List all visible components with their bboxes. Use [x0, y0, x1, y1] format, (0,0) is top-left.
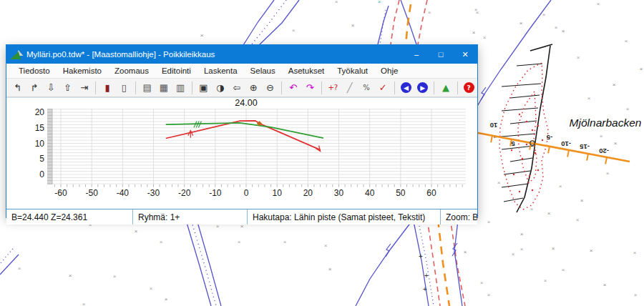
help-button[interactable]: ? [462, 80, 477, 95]
svg-text:-30: -30 [147, 188, 160, 198]
svg-text:×: × [480, 280, 484, 286]
svg-text:×: × [542, 11, 546, 18]
print-icon: ▤ [142, 82, 151, 93]
next-section-button[interactable]: ▶ [415, 80, 430, 95]
menu-tyokalut[interactable]: Työkalut [331, 65, 374, 76]
active-file-button[interactable]: ▮ [99, 80, 114, 95]
svg-text:50: 50 [396, 188, 406, 198]
undo-button[interactable]: ↶ [286, 80, 301, 95]
close-button[interactable]: ✕ [453, 45, 477, 64]
measure-line-button[interactable]: ╱ [342, 80, 357, 95]
menu-editointi[interactable]: Editointi [155, 65, 197, 76]
place-label: Mjölnarbacken [570, 117, 642, 129]
zoom-in-button[interactable]: ⊕ [246, 80, 261, 95]
point-info-button[interactable]: +? [326, 80, 341, 95]
point-id-list-button[interactable]: ▦ [156, 80, 171, 95]
svg-text:-10: -10 [209, 188, 222, 198]
help-icon: ? [464, 82, 474, 93]
svg-text:10: 10 [272, 188, 282, 198]
zoom-previous-icon: ⇦ [233, 82, 241, 93]
svg-text:×: × [552, 245, 555, 252]
svg-text:×: × [324, 242, 328, 249]
print-button[interactable]: ▤ [140, 80, 155, 95]
statusbar: B=24.440 Z=24.361Ryhmä: 1+Hakutapa: Lähi… [6, 209, 477, 224]
map-line [190, 217, 216, 306]
svg-text:×: × [18, 265, 21, 272]
surface-profile-green [166, 123, 323, 138]
svg-text:×: × [150, 285, 153, 292]
svg-text:×: × [614, 140, 618, 147]
toolbar-separator [321, 82, 322, 94]
desktop: { "window": { "title": "Mylläri.po0.tdw*… [0, 0, 644, 306]
svg-text:×: × [283, 239, 287, 245]
svg-text:×: × [160, 239, 163, 245]
group-readout: Ryhmä: 1+ [133, 209, 248, 224]
svg-text:×: × [328, 266, 332, 272]
station-label: -5 [546, 134, 552, 142]
plus-point-mark: + [423, 285, 427, 293]
prev-section-button[interactable]: ◀ [399, 80, 414, 95]
zoom-extents-button[interactable]: ▣ [196, 80, 211, 95]
svg-text:×: × [530, 206, 534, 212]
zoom-previous-button[interactable]: ⇦ [229, 80, 244, 95]
read-file-button[interactable]: ↰ [10, 80, 25, 95]
svg-text:×: × [544, 277, 547, 284]
menu-zoomaus[interactable]: Zoomaus [108, 65, 155, 76]
coords-xyz-button[interactable]: % [358, 80, 374, 95]
toolbar-separator [135, 82, 136, 94]
svg-text:×: × [464, 249, 467, 255]
file-forward-button[interactable]: ⇥ [77, 80, 92, 95]
svg-text:20: 20 [35, 107, 45, 117]
file-forward-icon: ⇥ [80, 82, 88, 93]
svg-text:15: 15 [35, 123, 45, 133]
read-file-icon: ↰ [14, 82, 21, 93]
map-line [0, 249, 13, 264]
map-line [454, 214, 462, 306]
svg-text:×: × [626, 106, 630, 112]
map-line [391, 0, 399, 44]
redo-button[interactable]: ↷ [302, 80, 317, 95]
svg-text:×: × [520, 231, 524, 237]
write-file-icon: ↱ [30, 82, 38, 93]
menu-asetukset[interactable]: Asetukset [282, 65, 331, 76]
coords-xyz-icon: % [363, 84, 370, 92]
minimize-button[interactable]: – [404, 45, 429, 64]
svg-text:-40: -40 [117, 188, 130, 198]
svg-text:×: × [512, 251, 515, 257]
svg-text:×: × [576, 217, 580, 223]
titlebar[interactable]: Mylläri.po0.tdw* - [Maastomalliohje] - P… [6, 45, 477, 64]
menu-hakemisto[interactable]: Hakemisto [57, 65, 108, 76]
redraw-button[interactable]: ◑ [213, 80, 228, 95]
cross-section-view[interactable]: -60-50-40-30-20-100102030405060051015202… [6, 97, 477, 209]
menu-selaus[interactable]: Selaus [244, 65, 282, 76]
menu-tiedosto[interactable]: Tiedosto [12, 65, 57, 76]
point-id-list-icon: ▦ [160, 82, 168, 93]
save-file-down-button[interactable]: ⇩ [44, 80, 59, 95]
svg-text:×: × [559, 183, 562, 189]
maximize-button[interactable]: □ [429, 45, 453, 64]
prev-section-icon: ◀ [401, 82, 411, 93]
map-line [185, 218, 211, 306]
svg-text:5: 5 [39, 154, 44, 164]
svg-text:×: × [335, 0, 338, 5]
chart-grid [52, 109, 466, 184]
menubar: TiedostoHakemistoZoomausEditointiLaskent… [6, 64, 477, 79]
menu-ohje[interactable]: Ohje [374, 65, 404, 76]
menu-laskenta[interactable]: Laskenta [197, 65, 244, 76]
toolbar-separator [192, 82, 192, 94]
volumes-m3-button[interactable]: ▲ [438, 80, 453, 95]
svg-text:×: × [292, 27, 296, 34]
save-image-button[interactable]: ▥ [173, 80, 188, 95]
map-line [438, 219, 449, 306]
zoom-out-button[interactable]: ⊖ [263, 80, 278, 95]
svg-text:×: × [547, 210, 551, 217]
load-file-up-button[interactable]: ⇧ [60, 80, 75, 95]
svg-text:×: × [590, 247, 593, 254]
code-check-button[interactable]: ✓ [376, 80, 391, 95]
write-file-button[interactable]: ↱ [26, 80, 42, 95]
copy-file-button[interactable]: ▯ [117, 80, 132, 95]
svg-text:0: 0 [244, 188, 249, 198]
svg-text:×: × [562, 28, 565, 34]
station-label: 5 [511, 140, 515, 148]
svg-text:×: × [634, 292, 638, 298]
